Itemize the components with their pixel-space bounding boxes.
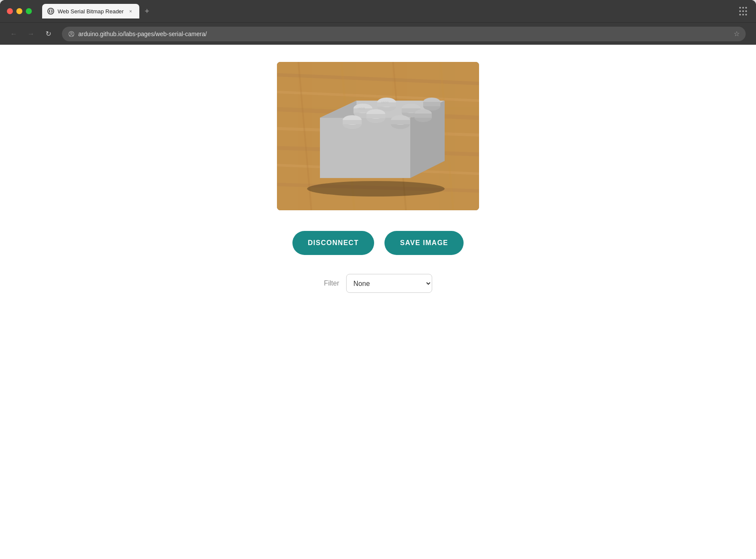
save-image-button[interactable]: SAVE IMAGE bbox=[384, 231, 464, 255]
svg-rect-38 bbox=[366, 114, 385, 118]
svg-text:LEGO: LEGO bbox=[381, 101, 389, 104]
address-text: arduino.github.io/labs-pages/web-serial-… bbox=[78, 31, 730, 37]
svg-rect-35 bbox=[343, 120, 362, 124]
close-window-button[interactable] bbox=[7, 8, 13, 14]
active-tab[interactable]: Web Serial Bitmap Reader × bbox=[42, 4, 139, 18]
new-tab-button[interactable]: + bbox=[141, 5, 153, 17]
bookmark-icon[interactable]: ☆ bbox=[734, 30, 740, 38]
svg-rect-44 bbox=[415, 114, 432, 118]
svg-rect-41 bbox=[391, 120, 410, 124]
minimize-window-button[interactable] bbox=[16, 8, 22, 14]
svg-point-15 bbox=[307, 181, 445, 197]
navigation-bar: ← → ↻ arduino.github.io/labs-pages/web-s… bbox=[0, 22, 756, 45]
svg-text:LEGO: LEGO bbox=[358, 107, 365, 110]
security-icon bbox=[68, 31, 75, 37]
tab-close-button[interactable]: × bbox=[127, 8, 134, 15]
browser-menu-button[interactable] bbox=[737, 7, 749, 15]
camera-image: LEGO LEGO bbox=[277, 62, 479, 210]
maximize-window-button[interactable] bbox=[26, 8, 32, 14]
tab-favicon bbox=[47, 8, 54, 15]
filter-row: Filter None Grayscale Invert Sepia Blur bbox=[324, 274, 432, 293]
browser-window: Web Serial Bitmap Reader × + ← → ↻ bbox=[0, 0, 756, 559]
tab-title: Web Serial Bitmap Reader bbox=[58, 8, 124, 15]
filter-label: Filter bbox=[324, 280, 339, 287]
tab-area: Web Serial Bitmap Reader × + bbox=[42, 4, 732, 18]
disconnect-button[interactable]: DISCONNECT bbox=[292, 231, 375, 255]
svg-rect-32 bbox=[423, 102, 440, 106]
address-bar[interactable]: arduino.github.io/labs-pages/web-serial-… bbox=[62, 27, 746, 41]
forward-button[interactable]: → bbox=[24, 27, 38, 41]
back-button[interactable]: ← bbox=[7, 27, 21, 41]
traffic-lights bbox=[7, 8, 32, 14]
title-bar: Web Serial Bitmap Reader × + bbox=[0, 0, 756, 22]
refresh-button[interactable]: ↻ bbox=[41, 27, 55, 41]
svg-point-2 bbox=[71, 32, 72, 34]
button-group: DISCONNECT SAVE IMAGE bbox=[292, 231, 464, 255]
filter-select[interactable]: None Grayscale Invert Sepia Blur bbox=[346, 274, 432, 293]
page-content: LEGO LEGO DISCONNECT SAVE IMAGE Filter N… bbox=[0, 45, 756, 559]
